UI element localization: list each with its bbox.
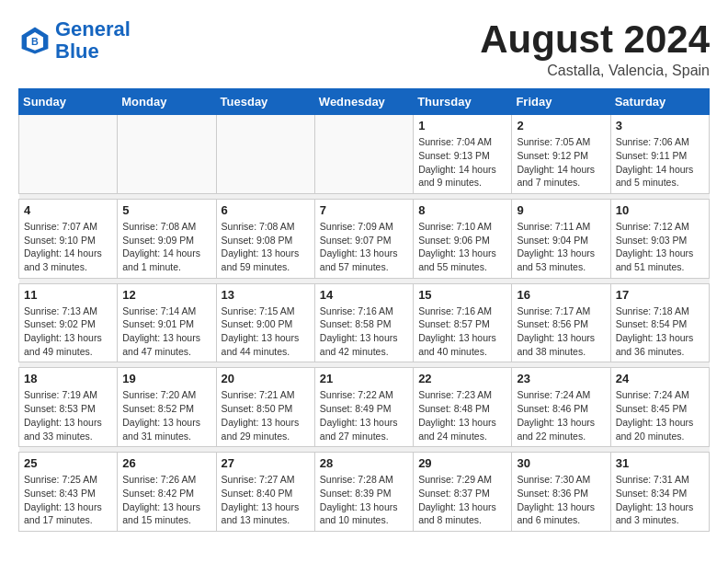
day-cell-empty: [118, 115, 216, 194]
day-number: 17: [616, 288, 704, 302]
weekday-header-monday: Monday: [118, 89, 216, 115]
day-info: Sunrise: 7:12 AM Sunset: 9:03 PM Dayligh…: [616, 220, 704, 274]
weekday-header-friday: Friday: [512, 89, 610, 115]
day-info: Sunrise: 7:17 AM Sunset: 8:56 PM Dayligh…: [517, 304, 605, 359]
day-cell-6: 6Sunrise: 7:08 AM Sunset: 9:08 PM Daylig…: [216, 199, 314, 278]
day-info: Sunrise: 7:20 AM Sunset: 8:52 PM Dayligh…: [122, 388, 210, 442]
day-info: Sunrise: 7:13 AM Sunset: 9:02 PM Dayligh…: [24, 304, 112, 359]
day-cell-empty: [216, 115, 314, 194]
day-cell-25: 25Sunrise: 7:25 AM Sunset: 8:43 PM Dayli…: [19, 453, 118, 532]
day-number: 15: [418, 288, 506, 302]
day-info: Sunrise: 7:28 AM Sunset: 8:39 PM Dayligh…: [320, 473, 408, 527]
day-cell-3: 3Sunrise: 7:06 AM Sunset: 9:11 PM Daylig…: [610, 115, 709, 194]
day-cell-31: 31Sunrise: 7:31 AM Sunset: 8:34 PM Dayli…: [610, 453, 709, 532]
day-cell-22: 22Sunrise: 7:23 AM Sunset: 8:48 PM Dayli…: [414, 368, 512, 447]
week-row-2: 4Sunrise: 7:07 AM Sunset: 9:10 PM Daylig…: [19, 199, 710, 278]
day-info: Sunrise: 7:15 AM Sunset: 9:00 PM Dayligh…: [222, 304, 310, 359]
week-row-4: 18Sunrise: 7:19 AM Sunset: 8:53 PM Dayli…: [19, 368, 710, 447]
weekday-header-thursday: Thursday: [414, 89, 512, 115]
day-cell-19: 19Sunrise: 7:20 AM Sunset: 8:52 PM Dayli…: [118, 368, 216, 447]
day-info: Sunrise: 7:25 AM Sunset: 8:43 PM Dayligh…: [24, 473, 112, 527]
svg-text:B: B: [31, 37, 39, 48]
day-number: 8: [418, 203, 506, 217]
day-info: Sunrise: 7:26 AM Sunset: 8:42 PM Dayligh…: [122, 473, 210, 527]
day-cell-23: 23Sunrise: 7:24 AM Sunset: 8:46 PM Dayli…: [512, 368, 610, 447]
day-cell-10: 10Sunrise: 7:12 AM Sunset: 9:03 PM Dayli…: [610, 199, 709, 278]
day-cell-4: 4Sunrise: 7:07 AM Sunset: 9:10 PM Daylig…: [19, 199, 118, 278]
day-number: 2: [517, 119, 605, 132]
day-cell-13: 13Sunrise: 7:15 AM Sunset: 9:00 PM Dayli…: [216, 283, 314, 362]
weekday-header-wednesday: Wednesday: [314, 89, 413, 115]
day-cell-20: 20Sunrise: 7:21 AM Sunset: 8:50 PM Dayli…: [216, 368, 314, 447]
day-number: 4: [24, 203, 112, 217]
day-number: 14: [320, 288, 408, 302]
day-info: Sunrise: 7:06 AM Sunset: 9:11 PM Dayligh…: [616, 135, 704, 190]
logo: B General Blue: [18, 18, 131, 63]
day-info: Sunrise: 7:08 AM Sunset: 9:08 PM Dayligh…: [222, 220, 310, 274]
day-info: Sunrise: 7:16 AM Sunset: 8:57 PM Dayligh…: [418, 304, 506, 359]
week-row-5: 25Sunrise: 7:25 AM Sunset: 8:43 PM Dayli…: [19, 453, 710, 532]
day-number: 3: [616, 119, 704, 132]
weekday-header-tuesday: Tuesday: [216, 89, 314, 115]
day-cell-28: 28Sunrise: 7:28 AM Sunset: 8:39 PM Dayli…: [314, 453, 413, 532]
weekday-header-saturday: Saturday: [610, 89, 709, 115]
day-number: 26: [122, 456, 210, 470]
calendar: SundayMondayTuesdayWednesdayThursdayFrid…: [18, 88, 710, 532]
weekday-header-row: SundayMondayTuesdayWednesdayThursdayFrid…: [19, 89, 710, 115]
day-number: 30: [517, 456, 605, 470]
day-info: Sunrise: 7:30 AM Sunset: 8:36 PM Dayligh…: [517, 473, 605, 527]
logo-blue: Blue: [55, 40, 131, 63]
day-number: 24: [616, 372, 704, 385]
day-cell-21: 21Sunrise: 7:22 AM Sunset: 8:49 PM Dayli…: [314, 368, 413, 447]
day-info: Sunrise: 7:18 AM Sunset: 8:54 PM Dayligh…: [616, 304, 704, 359]
day-number: 13: [222, 288, 310, 302]
day-info: Sunrise: 7:07 AM Sunset: 9:10 PM Dayligh…: [24, 220, 112, 274]
day-cell-15: 15Sunrise: 7:16 AM Sunset: 8:57 PM Dayli…: [414, 283, 512, 362]
day-number: 10: [616, 203, 704, 217]
day-cell-24: 24Sunrise: 7:24 AM Sunset: 8:45 PM Dayli…: [610, 368, 709, 447]
day-number: 12: [122, 288, 210, 302]
day-info: Sunrise: 7:11 AM Sunset: 9:04 PM Dayligh…: [517, 220, 605, 274]
day-number: 1: [418, 119, 506, 132]
weekday-header-sunday: Sunday: [19, 89, 118, 115]
day-cell-11: 11Sunrise: 7:13 AM Sunset: 9:02 PM Dayli…: [19, 283, 118, 362]
day-info: Sunrise: 7:24 AM Sunset: 8:46 PM Dayligh…: [517, 388, 605, 442]
day-info: Sunrise: 7:29 AM Sunset: 8:37 PM Dayligh…: [418, 473, 506, 527]
day-info: Sunrise: 7:10 AM Sunset: 9:06 PM Dayligh…: [418, 220, 506, 274]
day-number: 20: [222, 372, 310, 385]
week-row-3: 11Sunrise: 7:13 AM Sunset: 9:02 PM Dayli…: [19, 283, 710, 362]
day-cell-8: 8Sunrise: 7:10 AM Sunset: 9:06 PM Daylig…: [414, 199, 512, 278]
day-info: Sunrise: 7:31 AM Sunset: 8:34 PM Dayligh…: [616, 473, 704, 527]
day-cell-17: 17Sunrise: 7:18 AM Sunset: 8:54 PM Dayli…: [610, 283, 709, 362]
day-info: Sunrise: 7:23 AM Sunset: 8:48 PM Dayligh…: [418, 388, 506, 442]
day-number: 25: [24, 456, 112, 470]
day-number: 9: [517, 203, 605, 217]
title-area: August 2024 Castalla, Valencia, Spain: [480, 18, 710, 79]
day-cell-empty: [314, 115, 413, 194]
day-info: Sunrise: 7:14 AM Sunset: 9:01 PM Dayligh…: [122, 304, 210, 359]
day-number: 16: [517, 288, 605, 302]
day-cell-9: 9Sunrise: 7:11 AM Sunset: 9:04 PM Daylig…: [512, 199, 610, 278]
location: Castalla, Valencia, Spain: [480, 63, 710, 79]
logo-text: General Blue: [55, 18, 131, 63]
day-info: Sunrise: 7:27 AM Sunset: 8:40 PM Dayligh…: [222, 473, 310, 527]
day-cell-26: 26Sunrise: 7:26 AM Sunset: 8:42 PM Dayli…: [118, 453, 216, 532]
day-info: Sunrise: 7:21 AM Sunset: 8:50 PM Dayligh…: [222, 388, 310, 442]
day-cell-30: 30Sunrise: 7:30 AM Sunset: 8:36 PM Dayli…: [512, 453, 610, 532]
day-cell-2: 2Sunrise: 7:05 AM Sunset: 9:12 PM Daylig…: [512, 115, 610, 194]
day-number: 11: [24, 288, 112, 302]
day-number: 27: [222, 456, 310, 470]
day-number: 31: [616, 456, 704, 470]
day-cell-7: 7Sunrise: 7:09 AM Sunset: 9:07 PM Daylig…: [314, 199, 413, 278]
day-number: 23: [517, 372, 605, 385]
page-header: B General Blue August 2024 Castalla, Val…: [18, 18, 710, 79]
day-cell-14: 14Sunrise: 7:16 AM Sunset: 8:58 PM Dayli…: [314, 283, 413, 362]
day-number: 7: [320, 203, 408, 217]
day-info: Sunrise: 7:16 AM Sunset: 8:58 PM Dayligh…: [320, 304, 408, 359]
day-info: Sunrise: 7:08 AM Sunset: 9:09 PM Dayligh…: [122, 220, 210, 274]
day-cell-empty: [19, 115, 118, 194]
day-cell-5: 5Sunrise: 7:08 AM Sunset: 9:09 PM Daylig…: [118, 199, 216, 278]
day-number: 29: [418, 456, 506, 470]
day-number: 21: [320, 372, 408, 385]
day-info: Sunrise: 7:24 AM Sunset: 8:45 PM Dayligh…: [616, 388, 704, 442]
